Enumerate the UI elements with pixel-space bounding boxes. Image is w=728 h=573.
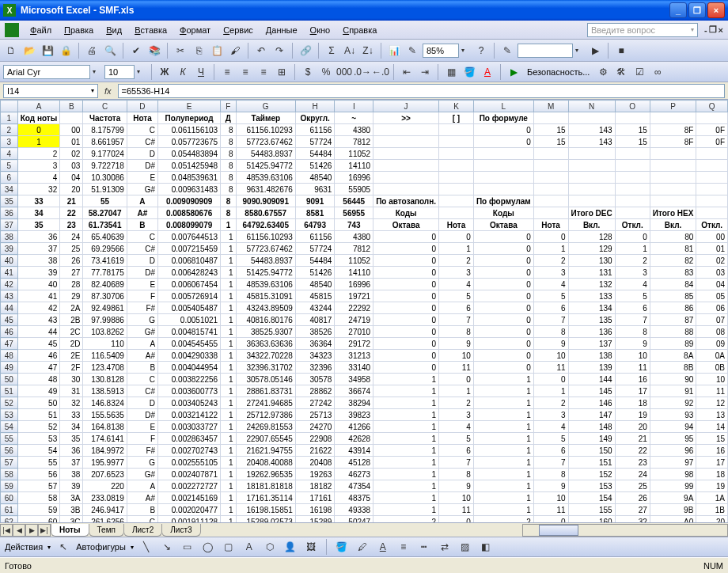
cell[interactable]: 56 [17,469,60,480]
cell[interactable]: 146 [568,397,615,409]
decrease-indent-icon[interactable]: ⇤ [399,64,415,80]
cell[interactable]: 39823 [335,409,373,421]
cell[interactable]: 9091 [295,195,335,207]
cell[interactable] [615,148,650,160]
cell[interactable]: 40 [17,279,60,290]
cell[interactable]: 48540 [295,279,335,290]
cell[interactable]: 41 [17,290,60,302]
cell[interactable]: E [127,421,157,433]
cell[interactable]: 1 [221,326,237,338]
cell[interactable]: 1 [373,492,439,504]
cell[interactable]: 8 [439,326,474,338]
cell[interactable]: 19 [696,480,728,492]
cell[interactable]: 0 [439,374,474,385]
cell[interactable]: 1 [221,243,237,255]
bold-icon[interactable]: Ж [157,64,173,80]
diagram-icon[interactable]: ⬡ [262,539,278,555]
cell[interactable]: 21 [60,195,83,207]
cell[interactable] [439,207,474,219]
cell[interactable]: 3 [533,267,568,279]
cell[interactable] [373,172,439,184]
fill-color-drawing-icon[interactable]: 🪣 [334,539,350,555]
cell[interactable]: Нота [127,112,157,124]
play-icon[interactable]: ▶ [506,64,521,80]
cell[interactable]: 10.30086 [83,172,127,184]
cell[interactable]: 1 [221,231,237,243]
cell[interactable]: 3B [60,504,83,516]
cell[interactable]: 0.003405243 [158,397,221,409]
cell[interactable] [568,148,615,160]
cell[interactable]: 34323 [295,350,335,362]
cell[interactable]: 2 [373,516,439,523]
cell[interactable]: 55905 [335,184,373,195]
cell[interactable] [696,148,728,160]
cell[interactable]: 0.003033727 [158,421,221,433]
cell[interactable]: 184.9972 [83,445,127,457]
cell[interactable]: 54 [17,445,60,457]
cell[interactable]: 35 [17,219,60,231]
cell[interactable]: 130 [568,255,615,267]
cell[interactable]: 246.9417 [83,504,127,516]
cell[interactable]: 0 [373,255,439,267]
cell[interactable]: 8 [221,148,237,160]
line-style-icon[interactable]: ≡ [396,539,411,555]
cell[interactable]: G [127,457,157,469]
cell[interactable]: 36 [17,231,60,243]
cell[interactable]: 0.003214122 [158,409,221,421]
cell[interactable]: 57724 [295,136,335,148]
stop-icon[interactable]: ■ [613,43,629,59]
security-icon-1[interactable]: ⚙ [595,64,611,80]
cell[interactable]: 27 [615,504,650,516]
cell[interactable]: 25713 [295,409,335,421]
spelling-icon[interactable]: ✔ [128,43,144,59]
cell[interactable]: 16996 [335,172,373,184]
cell[interactable]: 59 [17,504,60,516]
cell[interactable]: 58 [17,492,60,504]
fx-button[interactable]: fx [101,86,115,96]
cell[interactable]: 1 [373,409,439,421]
cell[interactable]: A0 [650,516,696,523]
cell[interactable]: 43243.89509 [236,302,295,314]
menu-правка[interactable]: Правка [58,23,100,37]
cell[interactable]: 743 [335,219,373,231]
cell[interactable]: 9631 [295,184,335,195]
cell[interactable]: 0 [473,302,533,314]
cell[interactable]: 0 [439,231,474,243]
cell[interactable]: 8 [221,184,237,195]
cell[interactable]: 0B [696,362,728,374]
cell[interactable]: 0.006428243 [158,267,221,279]
cell[interactable] [696,207,728,219]
open-icon[interactable]: 📂 [21,43,37,59]
new-icon[interactable]: 🗋 [3,43,19,59]
cell[interactable] [473,172,533,184]
cell[interactable]: 32396.31702 [236,362,295,374]
cell[interactable]: 50247 [335,516,373,523]
cell[interactable]: 12 [696,397,728,409]
cell[interactable]: 29 [60,290,83,302]
cut-icon[interactable]: ✂ [173,43,188,59]
cell[interactable]: 155.5635 [83,409,127,421]
cell[interactable]: F# [127,302,157,314]
cell[interactable]: 138.5913 [83,385,127,397]
row-header-59[interactable]: 59 [1,480,18,492]
font-size-input[interactable] [104,65,135,79]
row-header-50[interactable]: 50 [1,374,18,385]
cell[interactable]: 32 [17,184,60,195]
cell[interactable]: 8A [650,350,696,362]
tab-first-button[interactable]: |◀ [0,524,13,537]
cell[interactable]: 5 [439,290,474,302]
cell[interactable] [696,184,728,195]
cell[interactable]: 11052 [335,255,373,267]
cell[interactable]: Коды [473,207,533,219]
cell[interactable]: 40816.80176 [236,314,295,326]
cell[interactable]: 0 [473,267,533,279]
cell[interactable]: 7 [533,457,568,469]
cell[interactable]: 0 [373,326,439,338]
cell[interactable]: 116.5409 [83,350,127,362]
cell[interactable]: 9B [650,504,696,516]
cell[interactable] [439,136,474,148]
zoom-input[interactable] [423,44,459,58]
cell[interactable]: 54483.8937 [236,255,295,267]
cell[interactable]: 6 [439,445,474,457]
cell[interactable]: 91 [650,385,696,397]
